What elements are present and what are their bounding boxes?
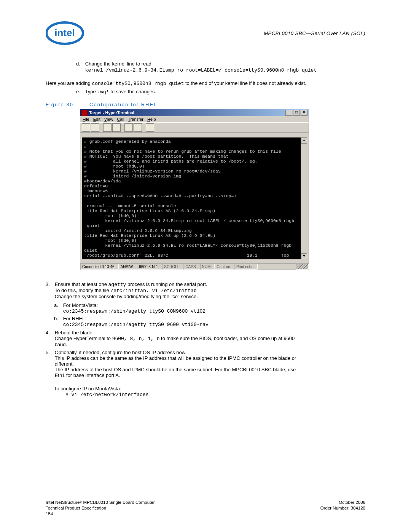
step3-label: 3. — [46, 281, 53, 287]
step5-label: 5. — [46, 350, 53, 355]
properties-icon[interactable] — [146, 123, 154, 132]
footer: Intel NetStructure® MPCBL0010 Single Boa… — [46, 498, 365, 517]
close-button[interactable]: × — [301, 110, 307, 116]
note-d-code: console=ttyS0,9600n8 rhgb quiet — [92, 81, 184, 86]
status-emulation: ANSIW — [119, 264, 137, 270]
new-icon[interactable] — [82, 123, 90, 132]
app-icon — [81, 110, 88, 116]
step3b-label: b. — [54, 316, 62, 321]
menu-call[interactable]: Call — [117, 117, 124, 121]
scrollbar[interactable]: ▲ ▼ — [301, 137, 307, 259]
intel-logo: intel — [46, 21, 84, 47]
terminal-output[interactable]: # grub.conf generated by anaconda # # No… — [82, 137, 299, 259]
configure-ip-text: To configure IP on MontaVista: — [54, 386, 121, 391]
scroll-down-icon[interactable]: ▼ — [301, 253, 307, 259]
toolbar — [80, 122, 309, 133]
status-bar: Connected 0:13:46 ANSIW 9600 8-N-1 SCROL… — [80, 264, 309, 270]
menu-bar[interactable]: File Edit View Call Transfer Help — [80, 116, 309, 122]
send-icon[interactable] — [124, 123, 133, 132]
minimize-button[interactable]: _ — [285, 110, 292, 116]
figure-caption: Figure 30.Configuration for RHEL — [46, 102, 342, 107]
page: intel MPCBL0010 SBC—Serial Over LAN (SOL… — [0, 0, 411, 532]
status-num: NUM — [200, 264, 215, 270]
scroll-up-icon[interactable]: ▲ — [301, 137, 307, 144]
status-connected: Connected 0:13:46 — [80, 264, 119, 270]
note-d-prefix: Here you are adding — [46, 80, 92, 86]
step-e-label: e. — [76, 89, 84, 94]
step3a-label: a. — [54, 302, 62, 308]
disconnect-icon[interactable] — [112, 123, 121, 132]
hyperterminal-window: Target - HyperTerminal _ □ × File Edit V… — [80, 109, 309, 270]
menu-edit[interactable]: Edit — [93, 117, 100, 121]
open-icon[interactable] — [91, 123, 99, 132]
step-e-body: Type :wq! to save the changes. — [85, 89, 336, 95]
step4-label: 4. — [46, 330, 53, 335]
status-caps: CAPS — [183, 264, 200, 270]
menu-help[interactable]: Help — [147, 117, 156, 121]
menu-view[interactable]: View — [104, 117, 113, 121]
resize-grip-icon[interactable] — [296, 264, 309, 270]
window-title: Target - HyperTerminal — [89, 110, 134, 115]
status-scroll: SCROLL — [162, 264, 183, 270]
step-d-label: d. — [76, 61, 84, 67]
svg-text:intel: intel — [54, 27, 75, 38]
window-titlebar[interactable]: Target - HyperTerminal _ □ × — [80, 109, 309, 116]
note-d-suffix: to the end of your kernel line if it doe… — [184, 80, 306, 86]
maximize-button[interactable]: □ — [293, 110, 300, 116]
header-section: MPCBL0010 SBC—Serial Over LAN (SOL) — [264, 30, 365, 36]
connect-icon[interactable] — [103, 123, 112, 132]
step-d-text: Change the kernel line to read — [85, 61, 336, 67]
status-settings: 9600 8-N-1 — [137, 264, 162, 270]
content: d. Change the kernel line to read kernel… — [76, 61, 342, 398]
receive-icon[interactable] — [134, 123, 142, 132]
configure-ip-code: # vi /etc/network/interfaces — [65, 392, 148, 398]
menu-file[interactable]: File — [83, 117, 89, 121]
menu-transfer[interactable]: Transfer — [128, 117, 143, 121]
status-printecho: Print echo — [234, 264, 258, 270]
step-d-code: kernel /vmlinuz-2.6.9-34.ELsmp ro root=L… — [85, 67, 336, 73]
status-capture: Capture — [215, 264, 234, 270]
